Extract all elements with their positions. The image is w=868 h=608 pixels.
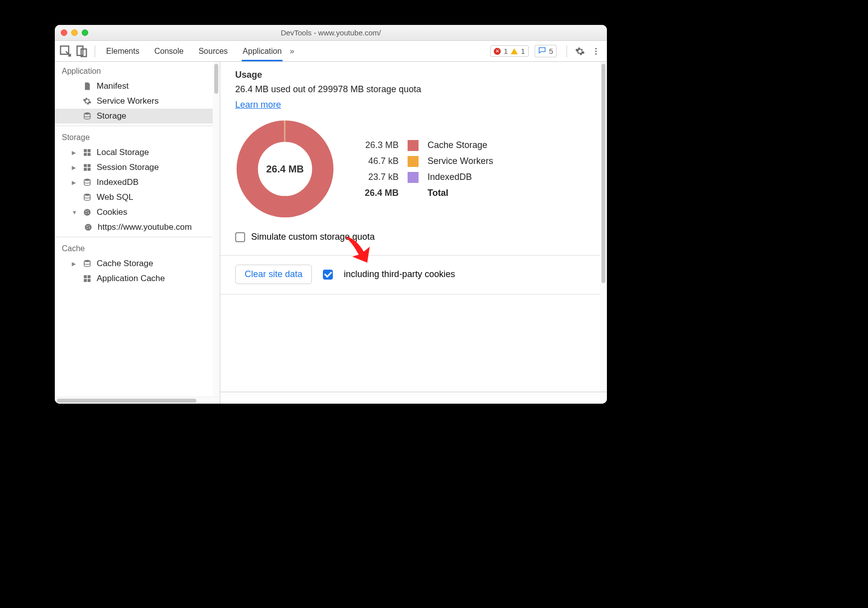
svg-rect-9	[84, 153, 87, 156]
legend-value: 26.3 MB	[365, 140, 399, 151]
tab-elements[interactable]: Elements	[105, 42, 141, 61]
legend-value: 46.7 kB	[365, 156, 399, 166]
scrollbar-thumb[interactable]	[57, 399, 196, 403]
sidebar-item-local-storage[interactable]: ▶ Local Storage	[55, 145, 220, 160]
scrollbar-thumb[interactable]	[601, 64, 605, 283]
svg-rect-10	[88, 153, 91, 156]
clear-data-row: Clear site data including third-party co…	[235, 256, 592, 294]
disclosure-icon[interactable]: ▶	[72, 164, 78, 171]
section-application: Application	[55, 62, 220, 79]
sidebar: Application Manifest Service Workers Sto…	[55, 62, 220, 404]
errors-warnings-box[interactable]: ✕ 1 1	[490, 45, 529, 57]
storage-legend: 26.3 MB Cache Storage 46.7 kB Service Wo…	[365, 140, 493, 198]
simulate-quota-checkbox[interactable]	[235, 232, 245, 242]
messages-box[interactable]: 5	[535, 45, 557, 57]
legend-swatch	[408, 172, 419, 183]
kebab-menu-icon[interactable]	[589, 47, 603, 56]
disclosure-icon[interactable]: ▶	[72, 179, 78, 186]
sidebar-item-application-cache[interactable]: Application Cache	[55, 271, 220, 286]
warning-icon	[511, 48, 518, 54]
message-icon	[538, 46, 546, 56]
sidebar-item-cookies[interactable]: ▼ Cookies	[55, 205, 220, 220]
grid-icon	[83, 163, 92, 172]
svg-point-27	[84, 260, 90, 263]
section-divider	[220, 294, 607, 295]
svg-rect-31	[88, 279, 91, 282]
svg-point-25	[89, 227, 90, 228]
toolbar-separator	[95, 45, 95, 57]
simulate-quota-row: Simulate custom storage quota	[235, 232, 592, 242]
cookie-icon	[83, 208, 92, 217]
tab-console[interactable]: Console	[153, 42, 185, 61]
scrollbar-thumb[interactable]	[214, 64, 218, 94]
sidebar-item-label: Manifest	[97, 81, 129, 91]
svg-point-16	[84, 194, 90, 196]
sidebar-item-label: Storage	[97, 111, 127, 121]
device-toggle-icon[interactable]	[75, 44, 89, 58]
close-window-button[interactable]	[61, 29, 67, 36]
clear-site-data-button[interactable]: Clear site data	[235, 265, 312, 284]
svg-point-21	[86, 213, 87, 214]
window-title: DevTools - www.youtube.com/	[55, 28, 607, 37]
main-vertical-scrollbar[interactable]	[600, 62, 607, 392]
disclosure-icon[interactable]: ▶	[72, 261, 78, 267]
legend-label: Cache Storage	[428, 140, 493, 151]
grid-icon	[83, 148, 92, 157]
devtools-toolbar: Elements Console Sources Application » ✕…	[55, 41, 607, 62]
database-icon	[83, 178, 92, 187]
errors-count: 1	[504, 47, 508, 55]
svg-rect-13	[84, 168, 87, 171]
legend-total-value: 26.4 MB	[365, 188, 399, 198]
legend-label: IndexedDB	[428, 172, 493, 182]
sidebar-item-manifest[interactable]: Manifest	[55, 79, 220, 94]
settings-icon[interactable]	[573, 46, 587, 56]
more-tabs-button[interactable]: »	[285, 47, 299, 56]
database-icon	[83, 259, 92, 268]
third-party-cookies-checkbox[interactable]	[323, 270, 333, 280]
sidebar-item-session-storage[interactable]: ▶ Session Storage	[55, 160, 220, 175]
svg-point-5	[595, 53, 597, 54]
sidebar-item-indexeddb[interactable]: ▶ IndexedDB	[55, 175, 220, 190]
svg-rect-14	[88, 168, 91, 171]
legend-value: 23.7 kB	[365, 172, 399, 182]
sidebar-item-label: Application Cache	[97, 274, 165, 284]
sidebar-item-label: Service Workers	[97, 96, 158, 106]
minimize-window-button[interactable]	[71, 29, 78, 36]
disclosure-icon[interactable]: ▼	[72, 209, 78, 215]
sidebar-horizontal-scrollbar[interactable]	[55, 397, 220, 404]
svg-point-24	[89, 225, 90, 226]
zoom-window-button[interactable]	[82, 29, 88, 36]
devtools-window: DevTools - www.youtube.com/ Elements Con…	[55, 25, 607, 404]
divider	[55, 126, 220, 126]
tab-application[interactable]: Application	[242, 42, 283, 61]
sidebar-item-websql[interactable]: Web SQL	[55, 190, 220, 205]
usage-text: 26.4 MB used out of 299978 MB storage qu…	[235, 84, 592, 95]
svg-rect-29	[88, 275, 91, 278]
disclosure-icon[interactable]: ▶	[72, 150, 78, 156]
svg-rect-11	[84, 164, 87, 167]
console-drawer-bar[interactable]	[220, 392, 607, 404]
sidebar-item-cookie-origin[interactable]: https://www.youtube.com	[55, 220, 220, 235]
database-icon	[83, 112, 92, 121]
tab-sources[interactable]: Sources	[197, 42, 229, 61]
svg-rect-28	[84, 275, 87, 278]
svg-point-19	[88, 210, 89, 211]
sidebar-item-cache-storage[interactable]: ▶ Cache Storage	[55, 256, 220, 271]
body-split: Application Manifest Service Workers Sto…	[55, 62, 607, 404]
sidebar-item-service-workers[interactable]: Service Workers	[55, 94, 220, 109]
legend-swatch	[408, 140, 419, 151]
sidebar-vertical-scrollbar[interactable]	[213, 62, 220, 397]
sidebar-item-storage[interactable]: Storage	[55, 109, 220, 124]
error-icon: ✕	[494, 48, 501, 55]
svg-point-26	[87, 228, 88, 229]
svg-point-23	[87, 226, 88, 227]
sidebar-item-label: Cookies	[97, 207, 127, 217]
grid-icon	[83, 274, 92, 283]
inspect-element-icon[interactable]	[59, 44, 73, 58]
section-cache: Cache	[55, 239, 220, 256]
storage-donut-chart: 26.4 MB	[235, 119, 335, 219]
sidebar-item-label: Cache Storage	[97, 259, 153, 269]
learn-more-link[interactable]: Learn more	[235, 100, 281, 110]
svg-point-22	[85, 224, 92, 231]
sidebar-item-label: https://www.youtube.com	[98, 222, 192, 232]
